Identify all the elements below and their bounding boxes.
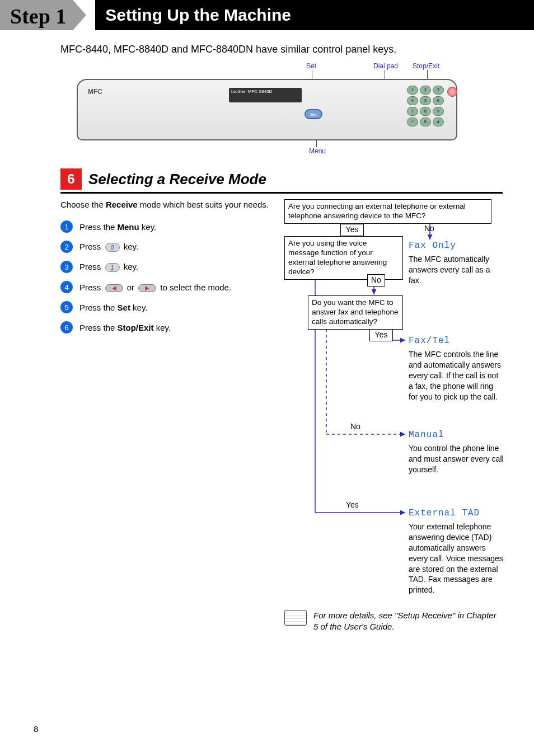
stop-button-icon: [447, 87, 457, 97]
page-header: Step 1 Setting Up the Machine: [0, 0, 534, 30]
dialpad-icon: 123 456 789 *0#: [407, 86, 444, 126]
flow-q2: Are you using the voice message function…: [284, 236, 403, 280]
flowchart-column: Are you connecting an external telephone…: [284, 199, 503, 624]
step-1: 1 Press the Menu key.: [60, 220, 274, 233]
mode-fax-tel: Fax/Tel The MFC controls the line and au…: [409, 336, 504, 402]
mode-desc: The MFC automatically answers every call…: [409, 254, 504, 286]
section-number: 6: [60, 168, 82, 190]
page-number: 8: [34, 724, 38, 734]
step-3: 3 Press 1 key.: [60, 261, 274, 273]
nav-right-icon: ▶: [138, 284, 156, 292]
more-info-text: For more details, see "Setup Receive" in…: [313, 610, 497, 632]
section-title: Selecting a Receive Mode: [88, 171, 266, 188]
label-set: Set: [306, 62, 316, 70]
step-label: Step 1: [0, 0, 73, 30]
section-header: 6 Selecting a Receive Mode: [60, 168, 503, 194]
mode-name: Fax Only: [409, 241, 504, 251]
flow-no: No: [367, 274, 385, 287]
key-0-icon: 0: [105, 243, 120, 252]
mode-manual: Manual You control the phone line and mu…: [409, 430, 504, 475]
book-icon: [284, 610, 307, 626]
step-number-icon: 6: [60, 321, 73, 334]
mode-external-tad: External TAD Your external telephone ans…: [409, 508, 504, 595]
mode-name: Fax/Tel: [409, 336, 504, 346]
step-number-icon: 5: [60, 301, 73, 313]
step-6: 6 Press the Stop/Exit key.: [60, 321, 274, 334]
label-stopexit: Stop/Exit: [413, 62, 439, 70]
mode-desc: You control the phone line and must answ…: [409, 443, 504, 475]
more-info-row: For more details, see "Setup Receive" in…: [284, 610, 497, 632]
control-panel-image: MFC brother MFC-8840D Set 123 456 789 *0…: [77, 79, 457, 140]
nav-left-icon: ◀: [105, 284, 123, 292]
step-number-icon: 4: [60, 281, 73, 293]
flow-yes: Yes: [340, 224, 364, 236]
step-list: 1 Press the Menu key. 2 Press 0 key. 3 P…: [60, 220, 274, 334]
flow-yes: Yes: [369, 329, 393, 341]
key-1-icon: 1: [105, 263, 120, 272]
step-number-icon: 1: [60, 220, 73, 233]
mode-desc: The MFC controls the line and automatica…: [409, 349, 504, 402]
mode-name: Manual: [409, 430, 504, 440]
choose-text: Choose the Receive mode which best suits…: [60, 199, 274, 210]
flow-no: No: [350, 422, 360, 431]
mode-fax-only: Fax Only The MFC automatically answers e…: [409, 241, 504, 286]
flow-q1: Are you connecting an external telephone…: [284, 199, 491, 224]
flow-no: No: [424, 224, 434, 233]
page-title: Setting Up the Machine: [95, 0, 534, 30]
flow-yes: Yes: [346, 500, 359, 509]
step-2: 2 Press 0 key.: [60, 241, 274, 253]
label-menu: Menu: [309, 147, 326, 155]
flow-q3: Do you want the MFC to answer fax and te…: [308, 295, 403, 330]
intro-text: MFC-8440, MFC-8840D and MFC-8840DN have …: [60, 44, 534, 55]
step-4: 4 Press ◀ or ▶ to select the mode.: [60, 281, 274, 293]
step-number-icon: 2: [60, 241, 73, 253]
mode-desc: Your external telephone answering device…: [409, 522, 504, 595]
step-arrow-icon: [73, 0, 86, 30]
step-number-icon: 3: [60, 261, 73, 273]
mode-name: External TAD: [409, 508, 504, 518]
instructions-column: Choose the Receive mode which best suits…: [60, 199, 284, 624]
label-dialpad: Dial pad: [373, 62, 398, 70]
control-panel-figure: Set Dial pad Stop/Exit Menu MFC brother …: [71, 62, 463, 157]
step-5: 5 Press the Set key.: [60, 301, 274, 313]
